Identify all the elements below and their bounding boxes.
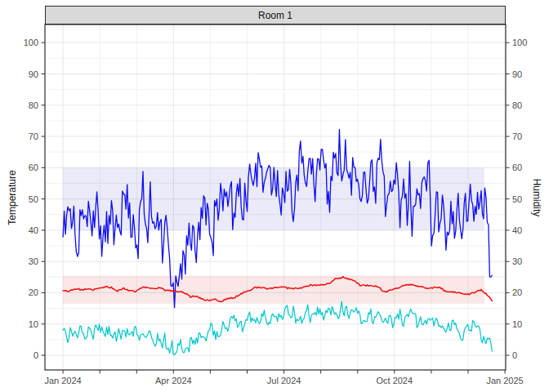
y-axis-title-left: Temperature [7,170,18,225]
x-axis-tick-label: Jan 2025 [486,376,523,385]
y-right-tick-label: 100 [512,38,527,47]
chart-plot-area: 0010102020303040405050606070708080909010… [0,0,549,392]
x-axis-tick-label: Jan 2024 [44,376,81,385]
y-right-tick-label: 10 [512,319,522,329]
y-left-tick-label: 20 [29,287,38,297]
y-left-tick-label: 0 [33,350,38,360]
y-left-tick-label: 80 [29,100,38,110]
y-axis-title-right: Humidity [531,179,542,217]
y-left-tick-label: 10 [29,319,38,329]
y-right-tick-label: 70 [512,131,522,141]
y-right-tick-label: 20 [512,287,522,297]
y-left-tick-label: 40 [29,225,38,235]
y-right-tick-label: 60 [512,163,522,172]
y-right-tick-label: 50 [512,194,522,204]
x-axis-tick-label: Apr 2024 [155,376,192,385]
y-right-tick-label: 80 [512,100,522,110]
y-left-tick-label: 100 [24,38,38,47]
facet-title: Room 1 [258,10,292,21]
y-right-tick-label: 30 [512,256,522,266]
y-left-tick-label: 60 [29,163,38,172]
y-left-tick-label: 70 [29,131,38,141]
y-left-tick-label: 90 [29,69,38,79]
y-right-tick-label: 0 [512,350,517,360]
y-left-tick-label: 50 [29,194,38,204]
y-left-tick-label: 30 [29,256,38,266]
x-axis-tick-label: Jul 2024 [267,376,301,385]
y-right-tick-label: 90 [512,69,522,79]
y-right-tick-label: 40 [512,225,522,235]
plot-canvas: 0010102020303040405050606070708080909010… [0,0,549,392]
x-axis-tick-label: Oct 2024 [376,376,413,385]
facet-strip: Room 1 [45,6,506,24]
